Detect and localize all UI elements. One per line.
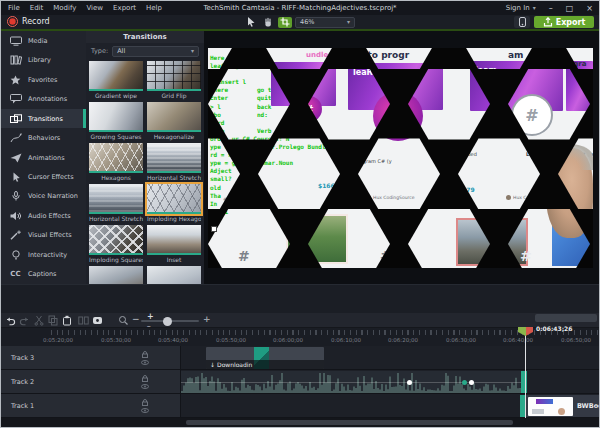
undo-button[interactable]: [5, 315, 16, 326]
preview-stage[interactable]: Here i leafletg ck > insert l Where go t…: [208, 48, 593, 268]
canvas-zoom-value: 46%: [300, 18, 314, 26]
menu-help[interactable]: Help: [146, 4, 162, 12]
close-button[interactable]: ×: [586, 4, 593, 13]
track1-header: Track 1: [1, 394, 181, 417]
ruler-label: 0:05:50;00: [216, 337, 246, 343]
canvas-zoom-dropdown[interactable]: 46% ▾: [295, 17, 355, 28]
lock-icon[interactable]: [141, 375, 149, 382]
minimize-button[interactable]: –: [549, 4, 553, 13]
zoom-in-button[interactable]: +: [203, 314, 211, 324]
sidebar-item-transitions[interactable]: Transitions: [1, 109, 86, 128]
eye-icon[interactable]: [141, 408, 149, 413]
transition-growing-squares[interactable]: Growing Squares: [89, 102, 143, 141]
sidebar-item-cursor-effects[interactable]: Cursor Effects: [1, 167, 86, 186]
eye-icon[interactable]: [141, 384, 149, 389]
paste-button[interactable]: [62, 315, 72, 326]
thumb-banner: [536, 399, 553, 404]
track-row-2: Track 2: [1, 370, 599, 394]
lock-icon[interactable]: [141, 351, 149, 358]
share-device-button[interactable]: [514, 16, 530, 28]
playhead-line[interactable]: [525, 335, 526, 418]
split-button[interactable]: [78, 315, 89, 326]
cursor-tool-button[interactable]: [244, 17, 258, 28]
transition-hexagons[interactable]: Hexagons: [89, 143, 143, 182]
animations-icon: [9, 153, 22, 163]
copy-button[interactable]: [48, 315, 58, 326]
sidebar-item-interactivity[interactable]: Interactivity: [1, 245, 86, 264]
marker-icon: [92, 315, 103, 326]
menu-file[interactable]: File: [8, 4, 20, 12]
bwbook-clip[interactable]: BWBook: [520, 395, 600, 417]
menu-modify[interactable]: Modify: [53, 4, 76, 12]
cut-button[interactable]: [34, 315, 44, 326]
track-row-3: Track 3 ↓ Downloadin: [1, 346, 599, 370]
clip-edge-handle[interactable]: [521, 371, 527, 393]
ruler-label: 0:06:50;00: [561, 337, 591, 343]
captions-icon: CC: [9, 270, 22, 278]
sidebar-item-behaviors[interactable]: Behaviors: [1, 128, 86, 147]
timeline-scrollbar-thumb[interactable]: [535, 314, 597, 322]
lock-icon[interactable]: [141, 399, 149, 406]
export-label: Export: [556, 18, 586, 27]
menu-view[interactable]: View: [86, 4, 103, 12]
transition-partial-1[interactable]: [89, 266, 143, 284]
transition-imploding-squares[interactable]: Imploding Squares: [89, 225, 143, 264]
track-name: Track 2: [11, 378, 34, 386]
sidebar-item-captions[interactable]: CC Captions: [1, 265, 86, 284]
keyframe-dot[interactable]: [462, 380, 467, 385]
crop-icon: [280, 17, 290, 27]
menu-edit[interactable]: Edit: [30, 4, 44, 12]
downloading-clip[interactable]: ↓ Downloadin: [206, 347, 324, 369]
timeline-ruler[interactable]: 0:05:20;00 0:05:30;00 0:05:40;00 0:05:50…: [1, 327, 599, 346]
sidebar-item-media[interactable]: Media: [1, 31, 86, 50]
audio-clip[interactable]: [181, 371, 527, 393]
timeline-hscrollbar-thumb[interactable]: [186, 420, 513, 425]
device-icon: [519, 17, 526, 27]
transition-horizontal-stretch-2[interactable]: Horizontal Stretch 2: [89, 184, 143, 223]
sidebar-item-label: Favorites: [28, 76, 57, 84]
transition-grid-flip[interactable]: Grid Flip: [147, 61, 201, 100]
timeline-zoom-handle[interactable]: [163, 317, 172, 326]
add-marker-button[interactable]: +: [147, 313, 154, 321]
keyframe-dot[interactable]: [469, 380, 474, 385]
sidebar-item-library[interactable]: Library: [1, 50, 86, 69]
redo-button[interactable]: [19, 315, 30, 326]
eye-icon[interactable]: [141, 360, 149, 365]
record-button[interactable]: Record: [7, 16, 50, 27]
redo-icon: [19, 315, 30, 326]
transition-gradient-wipe[interactable]: Gradient wipe: [89, 61, 143, 100]
sign-in-button[interactable]: Sign In ▾: [506, 4, 536, 12]
track-name: Track 3: [11, 354, 34, 362]
sidebar-item-animations[interactable]: Animations: [1, 148, 86, 167]
sidebar-item-audio-effects[interactable]: Audio Effects: [1, 206, 86, 225]
star-icon: [9, 75, 22, 85]
behaviors-icon: [9, 133, 22, 143]
sidebar-item-visual-effects[interactable]: Visual Effects: [1, 226, 86, 245]
transition-inset[interactable]: Inset: [147, 225, 201, 264]
menu-bar: File Edit Modify View Export Help TechSm…: [1, 1, 599, 15]
sidebar-item-favorites[interactable]: Favorites: [1, 70, 86, 89]
zoom-out-button[interactable]: −: [132, 314, 140, 324]
sidebar-item-voice-narration[interactable]: Voice Narration: [1, 187, 86, 206]
sidebar-item-label: Captions: [28, 270, 57, 278]
pan-tool-button[interactable]: [261, 17, 275, 28]
crop-tool-button[interactable]: [278, 17, 292, 28]
interactivity-icon: [9, 250, 22, 260]
audio-gain-line[interactable]: [181, 382, 527, 383]
selection-handle[interactable]: [211, 226, 217, 232]
transition-imploding-hexagons[interactable]: Imploding Hexagons: [147, 184, 201, 223]
panel-title: Transitions: [86, 31, 204, 43]
export-button[interactable]: Export: [534, 16, 594, 28]
transitions-grid: Gradient wipe Grid Flip Growing Squares …: [86, 59, 204, 284]
marker-button[interactable]: [92, 315, 103, 326]
thumb-block: [532, 409, 544, 414]
paste-icon: [62, 315, 72, 326]
transition-horizontal-stretch-1[interactable]: Horizontal Stretch 1: [147, 143, 201, 182]
sidebar-item-annotations[interactable]: Annotations: [1, 89, 86, 108]
transition-hexagonalize[interactable]: Hexagonalize: [147, 102, 201, 141]
transition-partial-2[interactable]: [147, 266, 201, 284]
menu-export[interactable]: Export: [113, 4, 136, 12]
type-filter-dropdown[interactable]: All ▾: [112, 46, 199, 57]
keyframe-dot[interactable]: [407, 380, 412, 385]
maximize-button[interactable]: □: [566, 4, 574, 13]
